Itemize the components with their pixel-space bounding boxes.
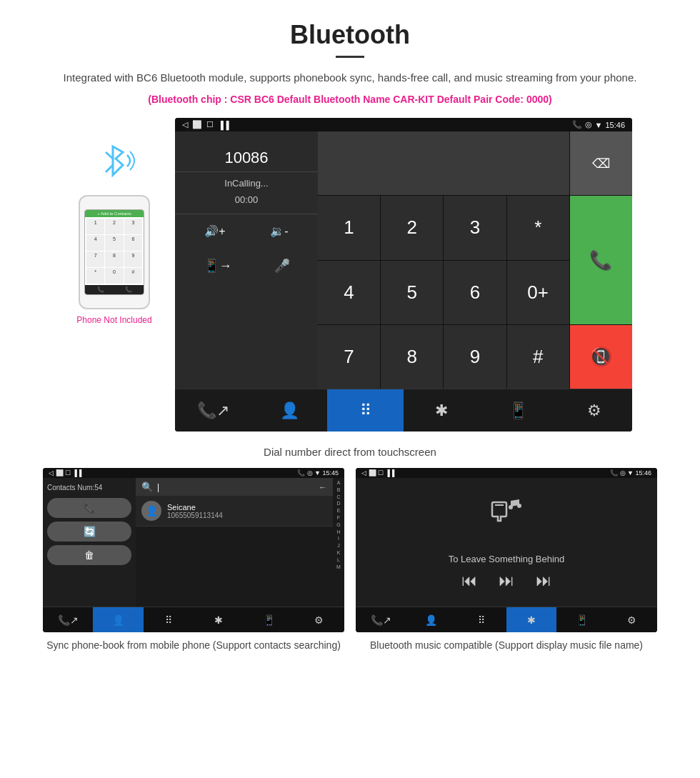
music-nav-settings[interactable]: ⚙ <box>607 607 657 632</box>
status-bar: ◁ ⬜ ☐ ▐▐ 📞 ◎ ▼ 15:46 <box>175 118 632 131</box>
vol-up-button[interactable]: 🔊+ <box>204 224 225 238</box>
music-nav-phonelink[interactable]: 📱 <box>556 607 606 632</box>
contact-info: Seicane 10655059113144 <box>167 503 223 519</box>
key-4[interactable]: 4 <box>318 261 380 324</box>
dial-extra-controls: 📱→ 🎤 <box>175 248 318 284</box>
key-hash[interactable]: # <box>507 325 569 389</box>
music-playback-controls: ⏮ ⏭ ⏭ <box>461 572 551 590</box>
music-bottom-nav: 📞↗ 👤 ⠿ ✱ 📱 ⚙ <box>356 607 657 632</box>
call-accept-button[interactable]: 📞 <box>570 196 632 324</box>
contacts-caption: Sync phone-book from mobile phone (Suppo… <box>43 632 344 653</box>
sync-button[interactable]: 🔄 <box>47 522 131 542</box>
phone-side: + Add to Contacts 123 456 789 *0# 📞 📞 Ph… <box>68 118 161 325</box>
nav-call-transfer[interactable]: 📞↗ <box>175 389 251 432</box>
dial-calling-status: InCalling... <box>175 172 318 194</box>
phone-status-icon: 📞 <box>572 120 582 129</box>
header-section: Bluetooth Integrated with BC6 Bluetooth … <box>0 0 700 118</box>
key-5[interactable]: 5 <box>381 261 443 324</box>
vol-down-button[interactable]: 🔉- <box>270 224 288 238</box>
phone-image: + Add to Contacts 123 456 789 *0# 📞 📞 <box>79 195 150 309</box>
contacts-count: Contacts Num:54 <box>47 482 131 494</box>
contacts-nav-call[interactable]: 📞↗ <box>43 607 93 632</box>
contacts-nav-phonelink[interactable]: 📱 <box>244 607 294 632</box>
contacts-nav-dialpad[interactable]: ⠿ <box>144 607 194 632</box>
header-description: Integrated with BC6 Bluetooth module, su… <box>43 69 657 86</box>
contacts-nav-contacts[interactable]: 👤 <box>93 607 143 632</box>
call-end-button[interactable]: 📵 <box>570 325 632 389</box>
contacts-nav-settings[interactable]: ⚙ <box>294 607 344 632</box>
nav-contacts[interactable]: 👤 <box>251 389 328 432</box>
bluetooth-signal-icon <box>93 139 136 188</box>
music-android-screen: ◁ ⬜ ☐ ▐▐ 📞 ◎ ▼ 15:46 <box>356 468 657 632</box>
main-android-screen: ◁ ⬜ ☐ ▐▐ 📞 ◎ ▼ 15:46 10086 InCalling... … <box>175 118 632 432</box>
status-right: 📞 ◎ ▼ 15:46 <box>572 120 625 129</box>
key-0plus[interactable]: 0+ <box>507 261 569 324</box>
contacts-body: Contacts Num:54 📞 🔄 🗑 🔍 | ← 👤 <box>43 478 344 607</box>
main-screen-row: + Add to Contacts 123 456 789 *0# 📞 📞 Ph… <box>0 118 700 432</box>
contacts-left-panel: Contacts Num:54 📞 🔄 🗑 <box>43 478 136 607</box>
key-2[interactable]: 2 <box>381 196 443 259</box>
key-3[interactable]: 3 <box>444 196 506 259</box>
dial-main: 10086 InCalling... 00:00 🔊+ 🔉- 📱→ 🎤 ⌫ <box>175 131 632 389</box>
music-body: To Leave Something Behind ⏮ ⏭ ⏭ <box>356 478 657 607</box>
contacts-block: ◁ ⬜ ☐ ▐▐ 📞 ◎ ▼ 15:45 Contacts Num:54 📞 🔄… <box>43 468 344 653</box>
music-nav-call[interactable]: 📞↗ <box>356 607 406 632</box>
contact-name: Seicane <box>167 503 223 512</box>
call-button[interactable]: 📞 <box>47 498 131 518</box>
music-status-left: ◁ ⬜ ☐ ▐▐ <box>361 469 394 477</box>
delete-button[interactable]: 🗑 <box>47 545 131 565</box>
next-track-button[interactable]: ⏭ <box>536 572 551 590</box>
bottom-screenshots: ◁ ⬜ ☐ ▐▐ 📞 ◎ ▼ 15:45 Contacts Num:54 📞 🔄… <box>0 468 700 653</box>
recents-icon: ☐ <box>206 120 214 129</box>
contacts-status-bar: ◁ ⬜ ☐ ▐▐ 📞 ◎ ▼ 15:45 <box>43 468 344 478</box>
signal-icon: ▐▐ <box>218 121 229 129</box>
contacts-search-bar: 🔍 | ← <box>136 478 333 496</box>
nav-phone-link[interactable]: 📱 <box>480 389 556 432</box>
title-divider <box>336 56 364 58</box>
wifi-icon: ▼ <box>595 121 603 129</box>
contacts-bottom-nav: 📞↗ 👤 ⠿ ✱ 📱 ⚙ <box>43 607 344 632</box>
nav-bluetooth[interactable]: ✱ <box>404 389 480 432</box>
location-icon: ◎ <box>585 120 592 129</box>
key-8[interactable]: 8 <box>381 325 443 389</box>
back-icon: ◁ <box>182 120 188 129</box>
contact-number: 10655059113144 <box>167 512 223 519</box>
phone-transfer-button[interactable]: 📱→ <box>204 258 232 274</box>
dial-keypad: ⌫ 1 2 3 * 📞 4 5 6 0+ 7 8 9 # 📵 <box>318 131 632 389</box>
contacts-android-screen: ◁ ⬜ ☐ ▐▐ 📞 ◎ ▼ 15:45 Contacts Num:54 📞 🔄… <box>43 468 344 632</box>
contacts-nav-bluetooth[interactable]: ✱ <box>194 607 244 632</box>
contact-avatar: 👤 <box>141 501 161 521</box>
header-specs: (Bluetooth chip : CSR BC6 Default Blueto… <box>43 94 657 105</box>
key-6[interactable]: 6 <box>444 261 506 324</box>
key-9[interactable]: 9 <box>444 325 506 389</box>
dial-volume-controls: 🔊+ 🔉- <box>175 214 318 248</box>
dial-input-display <box>318 131 569 195</box>
music-nav-contacts[interactable]: 👤 <box>406 607 456 632</box>
music-song-title: To Leave Something Behind <box>449 554 565 564</box>
key-1[interactable]: 1 <box>318 196 380 259</box>
prev-track-button[interactable]: ⏮ <box>461 572 477 590</box>
contacts-status-right: 📞 ◎ ▼ 15:45 <box>297 469 339 477</box>
nav-settings[interactable]: ⚙ <box>556 389 632 432</box>
search-clear-icon[interactable]: ← <box>319 482 327 492</box>
music-nav-bluetooth[interactable]: ✱ <box>506 607 556 632</box>
home-icon: ⬜ <box>192 120 202 129</box>
search-input[interactable]: | <box>157 482 314 492</box>
nav-dialpad[interactable]: ⠿ <box>327 389 404 432</box>
phone-not-included-label: Phone Not Included <box>76 315 151 325</box>
time-display: 15:46 <box>605 121 625 129</box>
status-left: ◁ ⬜ ☐ ▐▐ <box>182 120 229 129</box>
backspace-button[interactable]: ⌫ <box>570 131 632 195</box>
contacts-status-left: ◁ ⬜ ☐ ▐▐ <box>49 469 81 477</box>
music-nav-dialpad[interactable]: ⠿ <box>456 607 506 632</box>
mic-button[interactable]: 🎤 <box>274 258 290 274</box>
key-7[interactable]: 7 <box>318 325 380 389</box>
dial-left-panel: 10086 InCalling... 00:00 🔊+ 🔉- 📱→ 🎤 <box>175 131 318 389</box>
key-star[interactable]: * <box>507 196 569 259</box>
main-bottom-nav: 📞↗ 👤 ⠿ ✱ 📱 ⚙ <box>175 389 632 432</box>
music-status-bar: ◁ ⬜ ☐ ▐▐ 📞 ◎ ▼ 15:46 <box>356 468 657 478</box>
contact-item[interactable]: 👤 Seicane 10655059113144 <box>136 496 333 527</box>
dial-number-display: 10086 <box>175 139 318 172</box>
music-phone-icon <box>485 495 528 547</box>
next-chapter-button[interactable]: ⏭ <box>499 572 514 590</box>
